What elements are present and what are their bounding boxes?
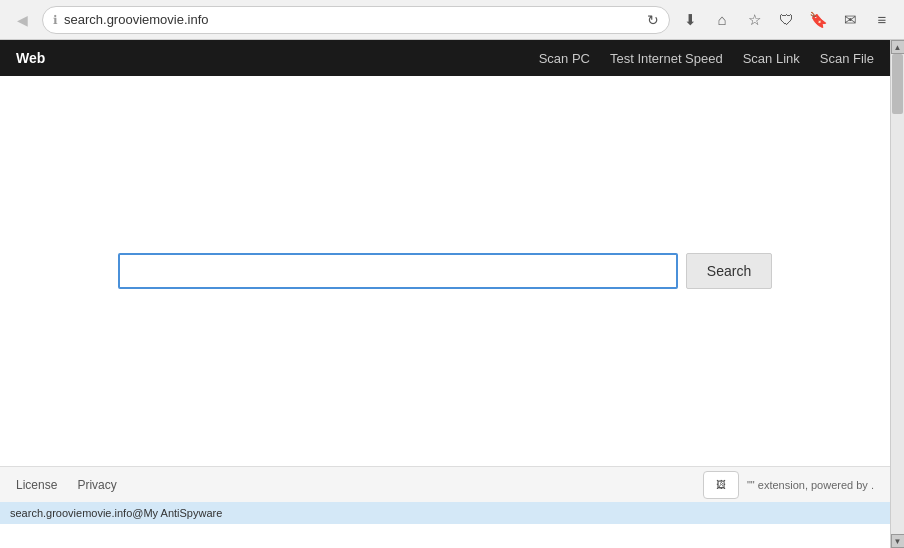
footer-extension-text: "" extension, powered by . xyxy=(747,479,874,491)
footer-badge: 🖼 xyxy=(703,471,739,499)
reload-button[interactable]: ↻ xyxy=(647,12,659,28)
status-text: search.grooviemovie.info@My AntiSpyware xyxy=(10,507,222,519)
footer-right: 🖼 "" extension, powered by . xyxy=(703,471,874,499)
search-button[interactable]: Search xyxy=(686,253,772,289)
bookmark-icon: 🔖 xyxy=(809,11,828,29)
nav-scan-link[interactable]: Scan Link xyxy=(743,51,800,66)
site-footer: License Privacy 🖼 "" extension, powered … xyxy=(0,466,890,502)
shield-icon: 🛡 xyxy=(779,11,794,28)
back-icon: ◀ xyxy=(17,12,28,28)
star-button[interactable]: ☆ xyxy=(740,6,768,34)
nav-scan-file[interactable]: Scan File xyxy=(820,51,874,66)
scroll-up-icon: ▲ xyxy=(894,43,902,52)
scroll-thumb[interactable] xyxy=(892,54,903,114)
scroll-down-icon: ▼ xyxy=(894,537,902,546)
download-button[interactable]: ⬇ xyxy=(676,6,704,34)
reload-icon: ↻ xyxy=(647,12,659,28)
shield-button[interactable]: 🛡 xyxy=(772,6,800,34)
footer-privacy-link[interactable]: Privacy xyxy=(77,478,116,492)
footer-badge-icon: 🖼 xyxy=(716,479,726,490)
search-form: Search xyxy=(118,253,772,289)
home-button[interactable]: ⌂ xyxy=(708,6,736,34)
address-bar[interactable] xyxy=(64,12,641,27)
scroll-down-button[interactable]: ▼ xyxy=(891,534,905,548)
search-input[interactable] xyxy=(118,253,678,289)
nav-scan-pc[interactable]: Scan PC xyxy=(539,51,590,66)
page-content: Web Scan PC Test Internet Speed Scan Lin… xyxy=(0,40,890,548)
back-button[interactable]: ◀ xyxy=(8,6,36,34)
menu-icon: ≡ xyxy=(878,11,887,28)
bookmark-button[interactable]: 🔖 xyxy=(804,6,832,34)
toolbar-icons: ⬇ ⌂ ☆ 🛡 🔖 ✉ ≡ xyxy=(676,6,896,34)
status-bar: search.grooviemovie.info@My AntiSpyware xyxy=(0,502,890,524)
site-brand: Web xyxy=(16,50,45,66)
download-icon: ⬇ xyxy=(684,11,697,29)
address-bar-wrapper: ℹ ↻ xyxy=(42,6,670,34)
menu-button[interactable]: ≡ xyxy=(868,6,896,34)
main-content: Search xyxy=(0,76,890,466)
site-nav-links: Scan PC Test Internet Speed Scan Link Sc… xyxy=(539,51,874,66)
star-icon: ☆ xyxy=(748,11,761,29)
home-icon: ⌂ xyxy=(717,11,726,28)
scroll-track[interactable] xyxy=(891,54,904,534)
info-icon[interactable]: ℹ xyxy=(53,13,58,27)
scroll-up-button[interactable]: ▲ xyxy=(891,40,905,54)
send-button[interactable]: ✉ xyxy=(836,6,864,34)
site-navbar: Web Scan PC Test Internet Speed Scan Lin… xyxy=(0,40,890,76)
scrollbar: ▲ ▼ xyxy=(890,40,904,548)
nav-test-speed[interactable]: Test Internet Speed xyxy=(610,51,723,66)
browser-toolbar: ◀ ℹ ↻ ⬇ ⌂ ☆ 🛡 🔖 ✉ ≡ xyxy=(0,0,904,40)
page-wrapper: Web Scan PC Test Internet Speed Scan Lin… xyxy=(0,40,904,548)
footer-license-link[interactable]: License xyxy=(16,478,57,492)
send-icon: ✉ xyxy=(844,11,857,29)
